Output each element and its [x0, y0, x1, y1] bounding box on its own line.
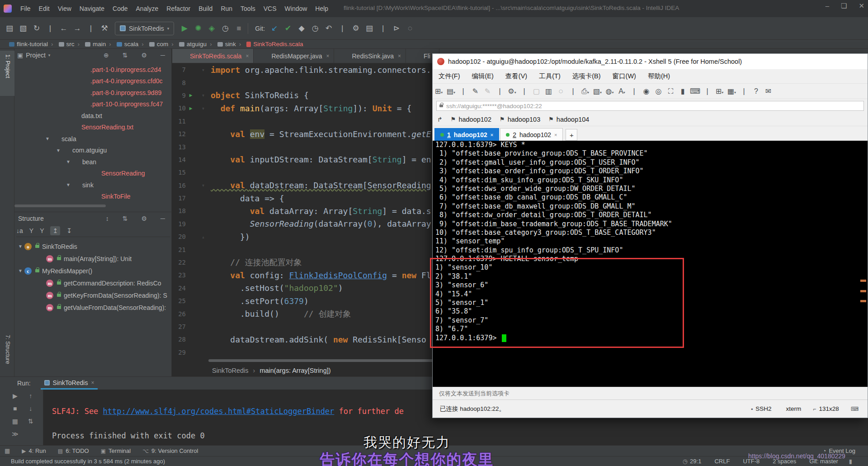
close-icon[interactable]: ✕ — [859, 2, 864, 10]
toolbar-run-icon[interactable]: ■ — [232, 24, 245, 33]
line-number[interactable]: 15 — [172, 169, 186, 176]
toolbar-icon[interactable]: ✎ — [481, 87, 494, 95]
fold-icon[interactable]: ▵ — [196, 234, 211, 239]
panel-header-icon[interactable]: ─ — [160, 215, 165, 222]
toolbar-icon[interactable]: ◎ — [652, 87, 665, 95]
toolbar-icon[interactable]: | — [84, 24, 98, 33]
close-tab-icon[interactable]: × — [91, 380, 94, 386]
editor-tab[interactable]: RedisSink.java × — [334, 49, 406, 63]
toolbar-icon[interactable]: ▤ — [3, 24, 16, 33]
session-bookmark[interactable]: ⚑ hadoop104 — [548, 116, 589, 123]
toolbar-icon[interactable]: | — [518, 87, 530, 95]
line-number[interactable]: 10 — [172, 105, 186, 112]
maximize-icon[interactable]: ❏ — [841, 2, 847, 10]
structure-row[interactable]: ▼ c MyRedisMapper() — [14, 265, 171, 277]
toolbar-icon[interactable]: | — [43, 24, 57, 33]
structure-tool-icon[interactable]: ↥ — [50, 226, 60, 235]
tree-arrow-icon[interactable]: ▼ — [66, 182, 72, 187]
line-number[interactable]: 21 — [172, 246, 186, 253]
xshell-send-text-bar[interactable]: 仅将文本发送到当前选项卡 — [433, 387, 868, 399]
tree-row[interactable]: .part-8-0.inprogress.9d89 — [14, 87, 171, 99]
line-number[interactable]: 25 — [172, 297, 186, 304]
session-bookmark[interactable]: ⚑ hadoop102 — [451, 116, 491, 123]
editor-hscrollbar[interactable] — [208, 359, 462, 362]
close-tab-icon[interactable]: × — [326, 53, 329, 59]
line-number[interactable]: 23 — [172, 271, 186, 279]
menu-item[interactable]: Run — [217, 3, 236, 14]
toolbar-icon[interactable]: ▧ — [16, 24, 30, 33]
session-bookmark[interactable]: ⚑ hadoop103 — [500, 116, 540, 123]
minimize-icon[interactable]: – — [826, 2, 829, 10]
menu-item[interactable]: Code — [108, 3, 132, 14]
line-number[interactable]: 26 — [172, 310, 186, 318]
breadcrumb-class[interactable]: SinkToRedis — [212, 367, 249, 374]
fold-icon[interactable]: ▿ — [196, 106, 211, 111]
toolbar-icon[interactable]: ▮ — [677, 87, 689, 95]
line-number[interactable]: 13 — [172, 143, 186, 151]
project-hscrollbar[interactable] — [14, 204, 106, 207]
toolbar-icon[interactable]: ▢ — [530, 87, 542, 95]
sidebar-item-structure[interactable]: 7: Structure — [5, 335, 11, 364]
toolbar-icon[interactable]: ⚒ — [98, 24, 111, 33]
structure-tool-icon[interactable]: ↓a — [16, 227, 23, 234]
toolbar-vcs-icon[interactable]: | — [335, 24, 349, 33]
toolbar-icon[interactable]: ▤ — [445, 87, 457, 95]
toolbar-vcs-icon[interactable]: | — [376, 24, 390, 33]
panel-header-icon[interactable]: ⇅ — [123, 215, 128, 222]
tree-row[interactable]: SinkToFile — [14, 191, 171, 203]
menu-item[interactable]: 帮助(H) — [642, 70, 676, 82]
panel-header-icon[interactable]: ⇅ — [123, 52, 128, 59]
toolbar-vcs-icon[interactable]: ✔ — [281, 24, 295, 33]
line-number[interactable]: 9 — [172, 92, 186, 99]
structure-row[interactable]: m getKeyFromData(SensorReading): S — [14, 289, 171, 301]
toolbar-run-icon[interactable]: ◷ — [218, 24, 232, 33]
close-tab-icon[interactable]: × — [398, 53, 401, 59]
breadcrumb-item[interactable]: com — [138, 41, 168, 48]
line-number[interactable]: 16 — [172, 182, 186, 189]
sidebar-item-project[interactable]: 1: Project — [5, 54, 11, 78]
run-gutter-icon[interactable]: ▶ — [186, 92, 196, 98]
run-tab[interactable]: SinkToRedis × — [41, 377, 98, 390]
new-tab-button[interactable]: + — [566, 129, 577, 141]
line-number[interactable]: 17 — [172, 195, 186, 202]
menu-item[interactable]: Help — [311, 3, 332, 14]
status-widget[interactable]: ▮ — [849, 458, 854, 465]
menu-item[interactable]: Navigate — [75, 3, 108, 14]
toolbar-icon[interactable]: ▦ — [726, 87, 738, 95]
tree-row[interactable]: SensorReading — [14, 168, 171, 180]
line-number[interactable]: 7 — [172, 66, 186, 73]
panel-header-icon[interactable]: ⚙ — [142, 215, 147, 222]
console-tool-icon[interactable]: ■ — [13, 405, 17, 412]
structure-tool-icon[interactable]: ↧ — [66, 227, 72, 234]
console-tool-icon[interactable]: ↑ — [29, 392, 32, 399]
toolbar-icon[interactable]: | — [701, 87, 713, 95]
breadcrumb-item[interactable]: flink-tutorial — [9, 41, 48, 48]
menu-item[interactable]: Refactor — [162, 3, 194, 14]
close-tab-icon[interactable]: × — [491, 132, 493, 138]
menu-item[interactable]: 工具(T) — [533, 70, 566, 82]
menu-item[interactable]: 编辑(E) — [466, 70, 500, 82]
toolbar-icon[interactable]: ◉ — [640, 87, 652, 95]
line-number[interactable]: 18 — [172, 207, 186, 214]
toolbar-vcs-icon[interactable]: ◆ — [295, 24, 308, 33]
line-number[interactable]: 29 — [172, 349, 186, 356]
toolbar-run-icon[interactable]: ▶ — [178, 24, 191, 33]
toolbar-icon[interactable]: ⎙ — [579, 87, 591, 95]
fold-icon[interactable]: ▿ — [196, 67, 211, 72]
toolbar-icon[interactable]: ⛶ — [665, 87, 677, 95]
session-tab[interactable]: 2 hadoop102 × — [500, 128, 563, 141]
line-number[interactable]: 11 — [172, 118, 186, 125]
close-tab-icon[interactable]: × — [245, 53, 249, 59]
tree-arrow-icon[interactable]: ▼ — [56, 148, 62, 153]
fold-icon[interactable]: ▿ — [196, 93, 211, 98]
toolbar-icon[interactable]: | — [457, 87, 469, 95]
breadcrumb-item[interactable]: SinkToRedis.scala — [236, 41, 303, 48]
structure-row[interactable]: m main(Array[String]): Unit — [14, 252, 171, 265]
toolbar-vcs-icon[interactable]: ◷ — [308, 24, 322, 33]
menu-item[interactable]: 窗口(W) — [607, 70, 642, 82]
panel-header-icon[interactable]: ─ — [160, 52, 165, 59]
toolbar-run-icon[interactable]: ✺ — [191, 24, 205, 33]
console-tool-icon[interactable]: ▶ — [13, 392, 18, 399]
console-tool-icon[interactable]: ▦ — [12, 418, 18, 425]
structure-row[interactable]: ▼ o SinkToRedis — [14, 240, 171, 252]
